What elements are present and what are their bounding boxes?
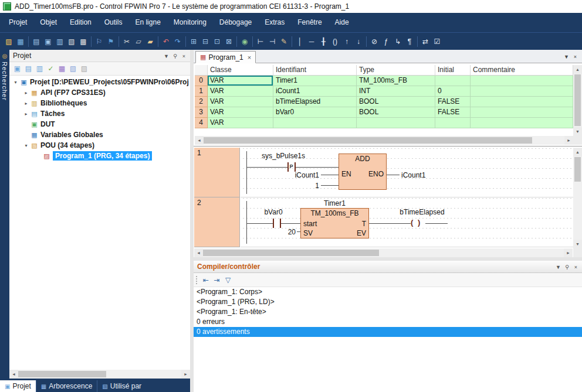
tree-item-bibliotheques[interactable]: ▸ ▥ Bibliothèques	[9, 98, 190, 108]
cell-classe[interactable]: VAR	[208, 107, 273, 118]
scroll-down-button[interactable]: ▼	[573, 127, 582, 136]
undo-icon[interactable]: ↶	[160, 35, 172, 48]
coil-icon[interactable]: ( )	[411, 218, 421, 227]
network-canvas[interactable]: sys_bPulse1s P ADD EN ENO iCount1	[241, 148, 573, 197]
network-number[interactable]: 1	[194, 148, 240, 197]
cell-type[interactable]: BOOL	[357, 107, 435, 118]
horizontal-line-tool-icon[interactable]: ─	[306, 35, 317, 48]
chevron-right-icon[interactable]: ▸	[22, 111, 30, 117]
column-header-commentaire[interactable]: Commentaire	[471, 65, 573, 76]
cell-initial[interactable]	[435, 118, 471, 128]
compiler-message[interactable]: <Program_1 (PRG, LD)>	[194, 297, 582, 307]
tab-projet[interactable]: ▣ Projet	[0, 380, 36, 392]
input-constant-label[interactable]: 20	[265, 228, 296, 236]
network-number[interactable]: 2	[194, 197, 240, 247]
negated-contact-tool-icon[interactable]: ⊘	[368, 35, 380, 48]
tab-utilise-par[interactable]: ▧ Utilisé par	[97, 380, 146, 392]
cell-initial[interactable]	[435, 76, 471, 86]
menu-item-debogage[interactable]: Débogage	[213, 13, 258, 32]
menu-item-outils[interactable]: Outils	[98, 13, 129, 32]
column-header-identifiant[interactable]: Identifiant	[273, 65, 357, 76]
scroll-up-button[interactable]: ▲	[573, 148, 582, 156]
falling-edge-tool-icon[interactable]: ↓	[353, 35, 364, 48]
chevron-right-icon[interactable]: ▸	[22, 101, 30, 106]
print-icon[interactable]: ▧	[66, 35, 77, 48]
previous-message-icon[interactable]: ⇤	[200, 274, 211, 285]
variable-wizard-icon[interactable]: ☑	[431, 35, 443, 48]
tree-item-dut[interactable]: ▣ DUT	[9, 119, 190, 129]
export-object-icon[interactable]: ▧	[67, 63, 79, 74]
tree-item-variables-globales[interactable]: ▦ Variables Globales	[9, 129, 190, 140]
scrollbar-thumb[interactable]	[574, 74, 581, 126]
cell-initial[interactable]: FALSE	[435, 107, 471, 118]
cell-classe[interactable]: VAR	[208, 76, 273, 86]
cell-identifiant[interactable]: iCount1	[273, 86, 357, 97]
cell-type[interactable]	[357, 118, 435, 128]
offline-mode-icon[interactable]: ▥	[54, 35, 66, 48]
contact-icon[interactable]	[273, 219, 281, 228]
tree-item-taches[interactable]: ▸ ▤ Tâches	[9, 108, 190, 119]
tab-arborescence[interactable]: ▦ Arborescence	[36, 380, 97, 392]
network-canvas[interactable]: Timer1 bVar0 TM_100ms_FB start SV T EV	[241, 197, 573, 247]
panel-pin-icon[interactable]: ⚲	[171, 52, 180, 60]
chevron-right-icon[interactable]: ▸	[22, 90, 30, 96]
add-function-block[interactable]: ADD EN ENO	[339, 154, 387, 190]
row-number[interactable]: 2	[195, 97, 208, 107]
tab-program-1[interactable]: ▦ Program_1 ×	[195, 51, 256, 63]
network-comment-icon[interactable]: ⊡	[211, 35, 223, 48]
input-constant-label[interactable]: 1	[263, 182, 319, 190]
cell-classe[interactable]: VAR	[208, 118, 273, 128]
check-project-icon[interactable]: ⚑	[105, 35, 117, 48]
column-header-initial[interactable]: Initial	[435, 65, 471, 76]
insert-network-icon[interactable]: ⊟	[199, 35, 211, 48]
compiler-message[interactable]: <Program_1: Corps>	[194, 287, 582, 297]
cell-identifiant[interactable]: bVar0	[273, 107, 357, 118]
pulse-contact-icon[interactable]: P	[287, 162, 296, 172]
close-document-icon[interactable]: ×	[571, 52, 580, 61]
compiler-message-selected[interactable]: 0 avertissements	[194, 327, 582, 337]
cell-initial[interactable]: FALSE	[435, 97, 471, 107]
row-number[interactable]: 3	[195, 107, 208, 118]
coil-tool-icon[interactable]: ()	[329, 35, 341, 48]
cell-commentaire[interactable]	[471, 107, 573, 118]
next-message-icon[interactable]: ⇥	[211, 274, 222, 285]
cell-commentaire[interactable]	[471, 86, 573, 97]
new-network-icon[interactable]: ⊞	[188, 35, 199, 48]
app-icon[interactable]	[3, 2, 11, 11]
redo-icon[interactable]: ↷	[172, 35, 184, 48]
vertical-line-tool-icon[interactable]: │	[294, 35, 306, 48]
pen-tool-icon[interactable]: ✎	[278, 35, 290, 48]
menu-item-monitoring[interactable]: Monitoring	[167, 13, 213, 32]
online-mode-icon[interactable]: ▣	[42, 35, 54, 48]
rising-edge-tool-icon[interactable]: ↑	[341, 35, 353, 48]
scrollbar-thumb[interactable]	[574, 157, 581, 182]
fb-instance-label[interactable]: Timer1	[300, 199, 369, 207]
column-header-type[interactable]: Type	[357, 65, 435, 76]
library-manager-icon[interactable]: ▦	[56, 63, 67, 74]
panel-close-icon[interactable]: ×	[180, 52, 188, 60]
object-properties-icon[interactable]: ▨	[79, 63, 90, 74]
cell-type[interactable]: BOOL	[357, 97, 435, 107]
tree-item-program-1[interactable]: ▨ Program_1 (PRG, 34 étapes)	[9, 151, 190, 161]
scrollbar-thumb[interactable]	[18, 371, 106, 377]
scroll-left-button[interactable]: ◄	[9, 370, 18, 379]
tab-list-dropdown-icon[interactable]: ▼	[562, 52, 571, 61]
panel-pin-icon[interactable]: ⚲	[563, 263, 571, 271]
insert-task-icon[interactable]: ▥	[34, 63, 45, 74]
cell-initial[interactable]: 0	[435, 86, 471, 97]
monitor-display-icon[interactable]: ▤	[31, 35, 42, 48]
timer-function-block[interactable]: TM_100ms_FB start SV T EV	[300, 208, 369, 238]
compiler-message[interactable]: <Program_1: En-tête>	[194, 307, 582, 317]
cell-type[interactable]: TM_100ms_FB	[357, 76, 435, 86]
tree-item-project-root[interactable]: ▾ ▣ Projet [D:\PEWEU_Projects\05FPWINPro…	[9, 77, 190, 87]
row-number[interactable]: 1	[195, 86, 208, 97]
cell-identifiant[interactable]: bTimeElapsed	[273, 97, 357, 107]
scroll-right-button[interactable]: ►	[564, 136, 573, 145]
scroll-right-button[interactable]: ►	[181, 370, 190, 379]
cell-commentaire[interactable]	[471, 76, 573, 86]
filter-messages-icon[interactable]: ▽	[222, 274, 234, 285]
coil-operand-label[interactable]: bTimeElapsed	[388, 208, 456, 216]
insert-pou-icon[interactable]: ▣	[12, 63, 23, 74]
cell-identifiant[interactable]	[273, 118, 357, 128]
jump-tool-icon[interactable]: ↳	[392, 35, 404, 48]
